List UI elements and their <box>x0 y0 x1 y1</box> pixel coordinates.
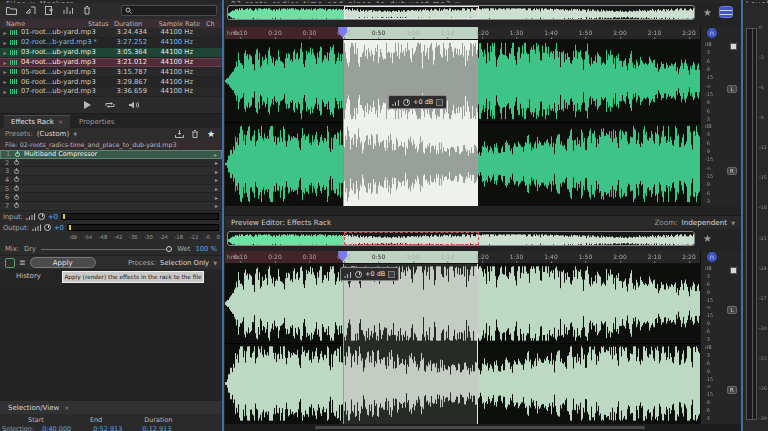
search-icon <box>125 7 132 14</box>
tab-properties[interactable]: Properties <box>72 116 121 128</box>
horizontal-scrollbar[interactable] <box>225 424 741 431</box>
file-row[interactable]: ▸04-root...ub-yard.mp33:21.01244100 Hz <box>0 58 222 68</box>
output-label: Output: <box>3 224 29 232</box>
rack-list-icon[interactable]: ≣ <box>19 258 26 267</box>
tab-effects-rack[interactable]: Effects Rack× <box>4 115 70 128</box>
output-gain-value[interactable]: +0 <box>54 224 64 232</box>
left-channel-badge[interactable]: L <box>727 85 737 93</box>
play-button[interactable] <box>84 101 91 109</box>
waveform-area-main[interactable]: +0 dB <box>225 40 700 206</box>
navigator-view-box[interactable] <box>344 6 479 19</box>
favorite-star-icon[interactable]: ★ <box>205 129 217 140</box>
input-gain-value[interactable]: +0 <box>48 213 58 221</box>
waveform-area-preview[interactable]: +0 dB <box>225 264 700 424</box>
apply-button[interactable]: Apply <box>30 257 96 268</box>
input-gain-knob[interactable] <box>38 213 45 220</box>
mix-slider-knob[interactable] <box>166 246 172 252</box>
file-row[interactable]: ▸05-root...ub-yard.mp33:15.78744100 Hz <box>0 67 222 77</box>
levels-tab[interactable]: Levels <box>744 0 768 3</box>
process-dropdown[interactable]: Process: Selection Only ▼ <box>128 259 217 267</box>
timeline-ruler-main[interactable]: hms 0:100:200:300:400:501:001:101:201:30… <box>225 27 700 40</box>
insert-multitrack-icon[interactable] <box>62 5 74 16</box>
loop-playback-icon[interactable]: ∩ <box>707 28 717 38</box>
file-row[interactable]: ▸03-root...ub-yard.mp33:05.36444100 Hz <box>0 48 222 58</box>
rack-power-toggle[interactable] <box>5 258 15 268</box>
selection-view-tab[interactable]: Selection/View× <box>0 401 222 414</box>
preview-zoom-dropdown[interactable]: Zoom: Independent ▼ <box>654 218 735 227</box>
column-status[interactable]: Status <box>88 20 114 28</box>
hud-gain-knob[interactable] <box>403 99 410 106</box>
effect-slot[interactable]: 5▸ <box>0 185 222 194</box>
right-channel-badge[interactable]: R <box>727 167 737 175</box>
column-sample-rate[interactable]: Sample Rate <box>154 20 200 28</box>
column-channels[interactable]: Ch <box>206 20 215 28</box>
preview-star-icon[interactable]: ★ <box>703 233 712 244</box>
snapshot-icon[interactable] <box>730 43 737 50</box>
file-row[interactable]: ▸02-root...b-yard.mp3 *3:27.25244100 Hz <box>0 38 222 48</box>
file-list-header[interactable]: Name Status Duration Sample Rate Ch <box>0 19 222 28</box>
selection-region-main[interactable] <box>343 40 478 206</box>
column-name[interactable]: Name <box>6 20 88 28</box>
tab-history[interactable]: History <box>16 272 41 280</box>
file-row[interactable]: ▸01-root...ub-yard.mp33:24.43444100 Hz <box>0 28 222 38</box>
delete-preset-icon[interactable] <box>189 129 201 140</box>
file-row[interactable]: ▸07-root...ub-yard.mp33:36.65944100 Hz <box>0 87 222 97</box>
selection-row[interactable]: Selection: 0:40.000 0:52.913 0:12.913 <box>0 425 222 431</box>
gain-hud-preview[interactable]: +0 dB <box>340 267 399 281</box>
preset-dropdown[interactable]: (Custom) <box>37 130 69 138</box>
preview-loop-icon[interactable]: ∩ <box>707 252 717 262</box>
playhead-line <box>343 40 344 206</box>
wet-label: Wet <box>177 245 190 253</box>
process-label: Process: <box>128 259 156 267</box>
waveform-editor: 02-roots_radics-time_and_place_to_dub-ya… <box>225 0 741 431</box>
zoom-navigator-preview[interactable] <box>227 231 695 246</box>
autoplay-speaker-button[interactable] <box>129 101 139 109</box>
navigator-preview-selection-box[interactable] <box>344 232 479 245</box>
hud-pin-button[interactable] <box>436 99 443 106</box>
gain-hud-main[interactable]: +0 dB <box>388 95 447 109</box>
scrollbar-handle[interactable] <box>315 426 645 429</box>
panel-divider-left[interactable] <box>222 0 224 431</box>
preview-snapshot-icon[interactable] <box>730 267 737 274</box>
loop-button[interactable] <box>105 101 115 109</box>
panel-menu-icon[interactable] <box>719 6 733 18</box>
preview-left-badge[interactable]: L <box>727 306 737 314</box>
new-file-icon[interactable] <box>43 5 55 16</box>
selection-view-panel: Selection/View× Start End Duration Selec… <box>0 401 222 431</box>
playhead-marker[interactable] <box>338 27 347 38</box>
effect-slot[interactable]: 7▸ <box>0 202 222 211</box>
open-folder-icon[interactable] <box>5 5 17 16</box>
wet-value[interactable]: 100 % <box>195 245 217 253</box>
output-level-meter <box>67 224 219 231</box>
navigator-star-icon[interactable]: ★ <box>703 7 712 18</box>
timeline-ruler-preview[interactable]: hms 0:100:200:300:400:501:001:101:201:30… <box>225 251 700 264</box>
output-row: Output: +0 <box>0 222 222 233</box>
save-preset-icon[interactable] <box>173 129 185 140</box>
preset-caret-icon[interactable]: ▼ <box>73 131 77 137</box>
preview-right-badge[interactable]: R <box>727 386 737 394</box>
effect-slot[interactable]: 6▸ <box>0 193 222 202</box>
import-file-icon[interactable] <box>24 5 36 16</box>
zoom-navigator-main[interactable] <box>227 5 695 20</box>
effect-slot[interactable]: 4▸ <box>0 176 222 185</box>
preview-db-scale-right: dB-3-6-9-15-∞-15-9-6-3 <box>705 345 723 421</box>
effect-slot[interactable]: 1Multiband Compressor▸ <box>0 150 222 159</box>
effect-slot[interactable]: 2▸ <box>0 159 222 168</box>
trash-icon[interactable] <box>81 5 93 16</box>
output-gain-knob[interactable] <box>44 224 51 231</box>
column-duration[interactable]: Duration <box>114 20 154 28</box>
mix-label: Mix: <box>5 245 19 253</box>
selection-region-preview[interactable] <box>343 264 478 424</box>
editor-file-tab[interactable]: 02-roots_radics-time_and_place_to_dub-ya… <box>225 0 741 3</box>
preview-playhead-marker[interactable] <box>338 251 347 262</box>
mix-slider[interactable] <box>41 249 172 250</box>
preview-playhead-line <box>343 264 344 424</box>
file-row[interactable]: ▸06-root...ub-yard.mp33:29.86744100 Hz <box>0 77 222 87</box>
preview-hud-pin-button[interactable] <box>388 271 395 278</box>
io-db-scale: dB-54-48-42-36-30-24-18-12-60 <box>70 234 220 242</box>
panel-divider-right[interactable] <box>741 0 743 431</box>
search-input[interactable] <box>121 5 217 16</box>
effect-slot[interactable]: 3▸ <box>0 167 222 176</box>
input-label: Input: <box>3 213 23 221</box>
preview-hud-gain-knob[interactable] <box>355 271 362 278</box>
